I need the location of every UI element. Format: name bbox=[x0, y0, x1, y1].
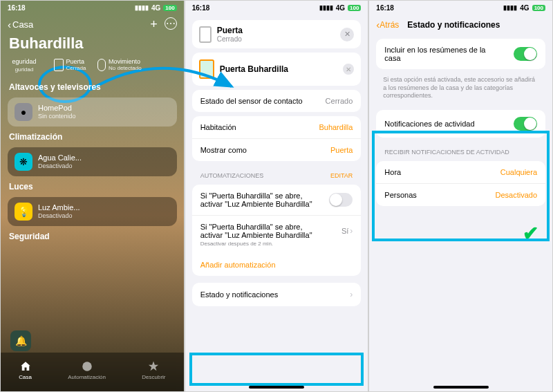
homepod-icon: ● bbox=[15, 103, 32, 121]
automation-row-2[interactable]: Si "Puerta Buhardilla" se abre, activar … bbox=[192, 215, 362, 254]
motion-summary[interactable]: Movimiento No detectado bbox=[97, 58, 142, 73]
door-icon bbox=[54, 59, 64, 71]
home-icon bbox=[19, 360, 32, 373]
section-security: Seguridad bbox=[1, 229, 184, 244]
door-thumb-icon bbox=[199, 59, 214, 79]
accessory-name: Puerta bbox=[217, 26, 243, 35]
svg-point-0 bbox=[82, 362, 92, 371]
clock-icon bbox=[81, 360, 93, 373]
activity-toggle[interactable] bbox=[514, 117, 537, 131]
sheet-header: Puerta Cerrado ✕ bbox=[192, 20, 362, 48]
include-hint: Si esta opción está activada, este acces… bbox=[369, 73, 552, 106]
room-title: Buhardilla bbox=[1, 33, 184, 58]
door-summary[interactable]: Puerta Cerrada bbox=[52, 58, 88, 73]
back-button[interactable]: ‹ Casa bbox=[8, 19, 33, 30]
close-button[interactable]: ✕ bbox=[340, 28, 354, 41]
clear-icon[interactable]: ✕ bbox=[343, 64, 354, 75]
section-climate: Climatización bbox=[1, 129, 184, 144]
status-time: 16:18 bbox=[192, 4, 210, 12]
room-row[interactable]: Habitación Buhardilla bbox=[192, 116, 362, 138]
chevron-right-icon: › bbox=[350, 290, 353, 299]
tile-homepod[interactable]: ● HomePodSin contenido bbox=[8, 97, 177, 127]
add-automation-link[interactable]: Añadir automatización bbox=[192, 254, 362, 276]
back-button[interactable]: ‹ Atrás bbox=[376, 19, 399, 30]
status-time: 16:18 bbox=[376, 4, 394, 12]
screen-status-notifications: 16:18 ▮▮▮▮ 4G 100 ‹ Atrás Estado y notif… bbox=[368, 0, 553, 392]
check-icon: ✔ bbox=[523, 222, 538, 245]
chevron-right-icon: › bbox=[350, 226, 353, 236]
status-time: 16:18 bbox=[8, 4, 26, 12]
tile-luz[interactable]: 💡 Luz Ambie...Desactivado bbox=[8, 197, 177, 226]
automation-toggle-1[interactable] bbox=[329, 193, 353, 207]
battery: 100 bbox=[348, 5, 361, 11]
signal-icon: ▮▮▮▮ bbox=[319, 4, 333, 11]
screen-accessory-detail: 16:18 ▮▮▮▮ 4G 100 Puerta Cerrado ✕ Puert… bbox=[185, 0, 369, 392]
battery: 100 bbox=[163, 5, 176, 11]
battery: 100 bbox=[532, 5, 545, 11]
door-icon bbox=[199, 26, 212, 43]
signal-icon: ▮▮▮▮ bbox=[503, 4, 517, 11]
tile-agua[interactable]: ❋ Agua Calie...Desactivado bbox=[8, 147, 177, 176]
tab-automation[interactable]: Automatización bbox=[68, 360, 106, 380]
tab-home[interactable]: Casa bbox=[19, 360, 32, 380]
section-lights: Luces bbox=[1, 179, 184, 194]
home-indicator bbox=[249, 386, 304, 389]
automations-header: AUTOMATIZACIONES bbox=[200, 172, 264, 179]
tab-discover[interactable]: Descubrir bbox=[142, 360, 165, 380]
edit-link[interactable]: EDITAR bbox=[330, 172, 353, 179]
sensor-state-row: Estado del sensor de contacto Cerrado bbox=[192, 90, 362, 112]
bulb-icon: 💡 bbox=[15, 203, 32, 221]
recv-header: RECIBIR NOTIFICACIONES DE ACTIVIDAD bbox=[384, 149, 509, 156]
carrier: 4G bbox=[336, 4, 345, 12]
automation-row-1[interactable]: Si "Puerta Buhardilla" se abre, activar … bbox=[192, 185, 362, 215]
motion-icon bbox=[97, 59, 106, 71]
security-summary[interactable]: eguridad guridad bbox=[6, 58, 42, 73]
chevron-left-icon: ‹ bbox=[8, 19, 11, 30]
signal-icon: ▮▮▮▮ bbox=[135, 4, 149, 11]
show-as-row[interactable]: Mostrar como Puerta bbox=[192, 138, 362, 161]
name-field-row[interactable]: Puerta Buhardilla ✕ bbox=[192, 53, 362, 86]
page-title: Estado y notificaciones bbox=[407, 20, 500, 30]
carrier: 4G bbox=[151, 4, 160, 12]
home-indicator bbox=[433, 386, 489, 389]
time-row[interactable]: Hora Cualquiera bbox=[376, 161, 545, 183]
name-input[interactable]: Puerta Buhardilla bbox=[220, 64, 288, 74]
more-icon[interactable]: ⋯ bbox=[165, 17, 177, 30]
activity-notifications-row[interactable]: Notificaciones de actividad bbox=[376, 110, 545, 138]
fan-icon: ❋ bbox=[15, 153, 32, 171]
carrier: 4G bbox=[520, 4, 529, 12]
include-toggle[interactable] bbox=[514, 47, 537, 61]
add-icon[interactable]: + bbox=[150, 17, 158, 32]
section-speakers: Altavoces y televisores bbox=[1, 80, 184, 95]
alarm-tile[interactable]: 🔔 bbox=[10, 330, 31, 351]
status-notifications-row[interactable]: Estado y notificaciones › bbox=[192, 283, 362, 306]
star-icon bbox=[147, 360, 160, 373]
accessory-state: Cerrado bbox=[217, 35, 243, 43]
include-summary-row[interactable]: Incluir en los resúmenes de la casa bbox=[376, 39, 545, 69]
people-row[interactable]: Personas Desactivado bbox=[376, 183, 545, 206]
screen-home: 16:18 ▮▮▮▮ 4G 100 ‹ Casa + ⋯ Buhardilla bbox=[0, 0, 185, 392]
